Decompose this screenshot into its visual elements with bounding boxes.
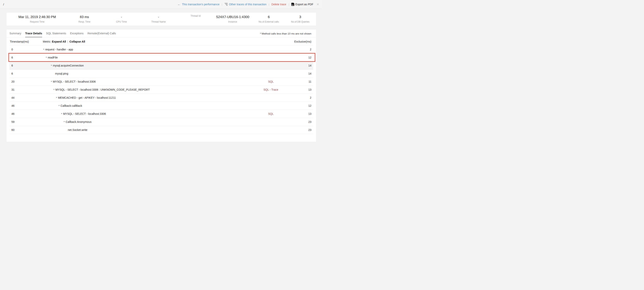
row-exclusive-ms: 2 <box>286 48 313 51</box>
collapse-caret-icon[interactable]: ▼ <box>50 80 52 82</box>
sql-link[interactable]: SQL <box>268 112 274 115</box>
transaction-performance-link[interactable]: ← This transaction's performance <box>177 3 220 6</box>
row-link-cell: SQL <box>256 80 286 83</box>
thread-name-cell: - Thread Name <box>140 15 177 23</box>
request-time-label: Request Time <box>30 20 44 23</box>
method-calls-note: * Method calls less than 10 ms are not s… <box>260 32 312 35</box>
trace-row: 0▼request - handler - app2 <box>10 45 313 54</box>
metric-name[interactable]: request - handler - app <box>45 48 73 51</box>
trace-row: 6mysql.ping14 <box>10 70 313 78</box>
sql-link[interactable]: SQL <box>268 80 274 83</box>
divider: | <box>288 3 289 6</box>
instance-value: S24X7-UBU16-1:4300 <box>216 15 249 19</box>
metric-name[interactable]: Callback:Anonymous <box>66 120 92 124</box>
collapse-caret-icon[interactable]: ▼ <box>50 64 52 66</box>
metric-name[interactable]: readFile <box>48 56 58 59</box>
row-exclusive-ms: 12 <box>286 104 313 107</box>
tab-sql-statements[interactable]: SQL Statements <box>46 29 66 37</box>
export-pdf-link[interactable]: PDF Export as PDF <box>291 3 313 6</box>
exclusive-column-header: Exclusive(ms) <box>286 40 313 43</box>
row-exclusive-ms: 11 <box>286 80 313 83</box>
trace-row: 44▼MEMCACHED - get - APIKEY - localhost:… <box>10 94 313 102</box>
db-queries-label: No.of.DB Queries <box>291 20 310 23</box>
row-metric: mysql.ping <box>43 72 256 75</box>
thread-name-label: Thread Name <box>151 20 166 23</box>
cpu-time-value: - <box>121 15 122 19</box>
collapse-caret-icon[interactable]: ▼ <box>58 105 60 107</box>
trace-details-card: Summary Trace Details SQL Statements Exc… <box>6 29 316 142</box>
row-timestamp: 59 <box>12 120 43 124</box>
row-timestamp: 46 <box>12 112 43 115</box>
db-queries-value: 3 <box>300 15 301 19</box>
sql-link[interactable]: SQL - Trace <box>264 88 278 91</box>
transaction-performance-label: This transaction's performance <box>182 3 220 6</box>
trace-row: 46▼Callback:callBack12 <box>10 102 313 110</box>
top-bar: / ← This transaction's performance | Oth… <box>0 0 322 9</box>
metric-name[interactable]: MYSQL - SELECT - localhost:3306 : UNKNOW… <box>56 88 150 91</box>
metric-name[interactable]: MYSQL - SELECT - localhost:3306 <box>63 112 106 115</box>
other-traces-label: Other traces of this transaction <box>229 3 266 6</box>
db-queries-cell: 3 No.of.DB Queries <box>286 15 314 23</box>
metric-name[interactable]: mysql.acquireConnection <box>53 64 84 67</box>
metric-name[interactable]: Callback:callBack <box>60 104 82 107</box>
collapse-all-button[interactable]: Collapse All <box>70 40 85 43</box>
cpu-time-label: CPU Time <box>116 20 127 23</box>
transaction-summary-card: Mar 11, 2019 2:46:30 PM Request Time 83 … <box>6 12 316 26</box>
row-metric: ▼Callback:callBack <box>43 104 256 107</box>
row-timestamp: 20 <box>12 80 43 83</box>
row-exclusive-ms: 14 <box>286 64 313 67</box>
tab-exceptions[interactable]: Exceptions <box>70 29 84 37</box>
row-timestamp: 6 <box>12 56 43 59</box>
resp-time-value: 83 ms <box>80 15 89 19</box>
trace-row: 6▼readFile12 <box>10 54 313 62</box>
row-metric: ▼MYSQL - SELECT - localhost:3306 : UNKNO… <box>43 88 256 91</box>
row-timestamp: 60 <box>12 128 43 132</box>
metric-column-header: Metric: Expand All | Collapse All <box>43 40 256 43</box>
row-exclusive-ms: 23 <box>286 120 313 124</box>
row-metric: ▼Callback:Anonymous <box>43 120 256 124</box>
row-exclusive-ms: 12 <box>286 56 313 59</box>
collapse-caret-icon[interactable]: ▼ <box>46 56 47 58</box>
collapse-caret-icon[interactable]: ▼ <box>63 121 65 123</box>
thread-id-cell: Thread Id <box>177 12 214 17</box>
back-arrow-icon: ← <box>177 3 180 6</box>
pdf-icon: PDF <box>291 3 294 6</box>
trace-row: 20▼MYSQL - SELECT - localhost:3306SQL11 <box>10 78 313 86</box>
export-pdf-label: Export as PDF <box>296 3 313 6</box>
other-traces-link[interactable]: Other traces of this transaction <box>224 3 266 6</box>
expand-all-button[interactable]: Expand All <box>52 40 66 43</box>
row-link-cell: SQL <box>256 112 286 115</box>
row-metric: ▼request - handler - app <box>43 48 256 51</box>
trace-table-header: Timestamp(ms) Metric: Expand All | Colla… <box>10 38 313 45</box>
external-calls-cell: 6 No.of.External calls <box>251 15 286 23</box>
collapse-caret-icon[interactable]: ▼ <box>61 113 62 115</box>
metric-name[interactable]: MEMCACHED - get - APIKEY - localhost:112… <box>58 96 116 99</box>
thread-id-label: Thread Id <box>190 14 200 17</box>
tab-summary[interactable]: Summary <box>10 29 21 37</box>
row-exclusive-ms: 13 <box>286 112 313 115</box>
divider: | <box>222 3 222 6</box>
collapse-caret-icon[interactable]: ▼ <box>56 97 58 99</box>
collapse-caret-icon[interactable]: ▼ <box>43 48 44 50</box>
thread-name-value: - <box>158 15 159 19</box>
tab-trace-details[interactable]: Trace Details <box>25 29 42 37</box>
row-timestamp: 31 <box>12 88 43 91</box>
tab-remote-external-calls[interactable]: Remote(External) Calls <box>88 29 116 37</box>
external-calls-value: 6 <box>268 15 270 19</box>
row-timestamp: 6 <box>12 64 43 67</box>
collapse-caret-icon[interactable]: ▼ <box>53 89 55 90</box>
resp-time-label: Resp. Time <box>78 20 90 23</box>
close-icon[interactable]: ✕ <box>316 3 319 6</box>
metric-name[interactable]: MYSQL - SELECT - localhost:3306 <box>53 80 96 83</box>
request-time-cell: Mar 11, 2019 2:46:30 PM Request Time <box>8 15 66 23</box>
cpu-time-cell: - CPU Time <box>103 15 140 23</box>
breadcrumb: / <box>3 3 4 6</box>
row-exclusive-ms: 23 <box>286 128 313 132</box>
row-exclusive-ms: 13 <box>286 88 313 91</box>
row-metric: ▼MEMCACHED - get - APIKEY - localhost:11… <box>43 96 256 99</box>
metric-header-prefix: Metric: <box>43 40 51 43</box>
trace-row: 60net.Socket.write23 <box>10 126 313 134</box>
row-timestamp: 46 <box>12 104 43 107</box>
trace-rows: 0▼request - handler - app26▼readFile126▼… <box>10 45 313 134</box>
delete-trace-link[interactable]: Delete trace <box>272 3 286 6</box>
